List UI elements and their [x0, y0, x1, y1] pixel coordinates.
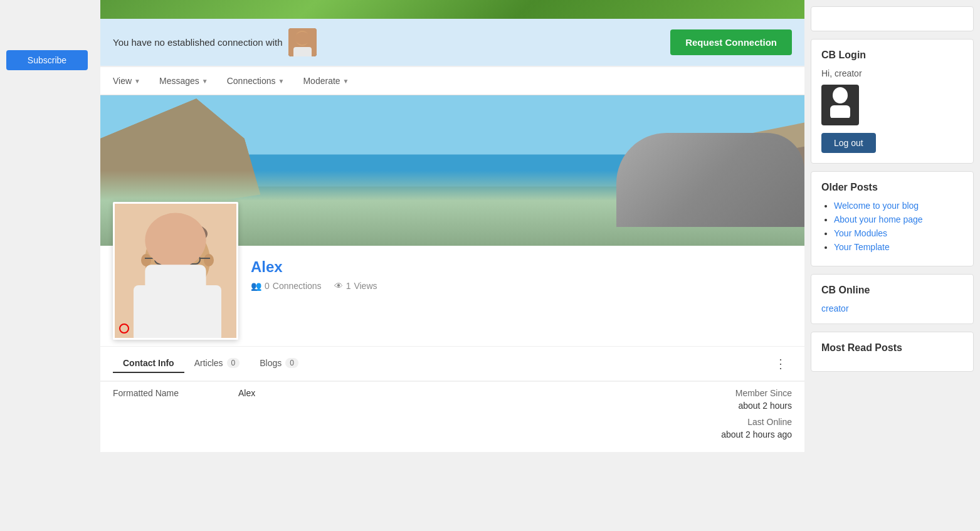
cb-login-title: CB Login	[821, 50, 963, 61]
list-item: Welcome to your blog	[834, 201, 963, 211]
views-count: 1	[346, 281, 351, 291]
connection-bar: You have no established connection with	[100, 19, 804, 66]
older-post-link-3[interactable]: Your Template	[834, 242, 890, 252]
svg-point-36	[833, 87, 848, 103]
member-since-label: Member Since	[721, 388, 792, 398]
formatted-name-label: Formatted Name	[113, 388, 238, 398]
request-connection-button[interactable]: Request Connection	[670, 29, 792, 55]
connection-text: You have no established connection with	[113, 37, 282, 48]
svg-point-22	[147, 221, 208, 246]
svg-point-4	[300, 34, 304, 38]
most-read-posts-widget: Most Read Posts	[811, 332, 974, 372]
profile-nav: View ▼ Messages ▼ Connections ▼ Moderate…	[100, 67, 804, 95]
svg-marker-13	[677, 147, 804, 246]
nav-connections[interactable]: Connections ▼	[227, 76, 285, 86]
svg-point-25	[185, 255, 195, 263]
connections-count: 0	[265, 281, 270, 291]
online-status-dot	[119, 323, 129, 334]
svg-point-21	[204, 254, 214, 266]
formatted-name-row: Formatted Name Alex	[113, 388, 721, 398]
svg-rect-16	[115, 204, 238, 340]
svg-rect-30	[155, 255, 171, 264]
connection-message: You have no established connection with	[113, 28, 317, 56]
top-banner	[100, 0, 804, 19]
views-stat: 👁 1 Views	[334, 281, 377, 291]
right-sidebar: CB Login Hi, creator Log out Older Posts…	[804, 0, 980, 531]
profile-avatar	[113, 202, 238, 340]
articles-badge: 0	[227, 358, 240, 368]
views-label: Views	[354, 281, 377, 291]
blogs-badge: 0	[285, 358, 298, 368]
svg-point-27	[187, 256, 193, 262]
nav-view[interactable]: View ▼	[113, 76, 140, 86]
svg-point-20	[141, 254, 151, 266]
nav-moderate-arrow: ▼	[343, 78, 349, 85]
svg-point-35	[174, 266, 181, 271]
subscribe-button[interactable]: Subscribe	[6, 50, 88, 70]
tab-more-button[interactable]: ⋮	[769, 356, 792, 371]
connections-icon: 👥	[251, 281, 261, 291]
cb-online-user[interactable]: creator	[821, 303, 849, 313]
svg-point-29	[189, 258, 192, 261]
tab-bar: Contact Info Articles 0 Blogs 0 ⋮	[100, 346, 804, 381]
member-since-value: about 2 hours	[721, 401, 792, 411]
profile-info-row: Alex 👥 0 Connections 👁 1 Views	[100, 246, 804, 346]
connections-label: Connections	[273, 281, 322, 291]
tab-articles[interactable]: Articles 0	[184, 354, 250, 373]
older-posts-title: Older Posts	[821, 182, 963, 193]
most-read-posts-title: Most Read Posts	[821, 342, 963, 354]
nav-view-arrow: ▼	[134, 78, 140, 85]
main-content: You have no established connection with	[100, 0, 804, 531]
svg-point-6	[304, 38, 306, 40]
list-item: Your Modules	[834, 228, 963, 238]
contact-info-section: Formatted Name Alex Member Since about 2…	[100, 382, 804, 452]
tab-blogs[interactable]: Blogs 0	[250, 354, 308, 373]
older-posts-widget: Older Posts Welcome to your blog About y…	[811, 171, 974, 266]
nav-messages[interactable]: Messages ▼	[159, 76, 208, 86]
svg-point-19	[145, 226, 210, 295]
svg-point-26	[162, 256, 168, 262]
tab-contact-info[interactable]: Contact Info	[113, 354, 184, 373]
older-post-link-2[interactable]: Your Modules	[834, 228, 887, 238]
svg-point-24	[160, 255, 170, 263]
fields-left: Formatted Name Alex	[113, 388, 721, 446]
profile-area: Alex 👥 0 Connections 👁 1 Views	[100, 95, 804, 381]
nav-moderate[interactable]: Moderate ▼	[303, 76, 349, 86]
cb-login-widget: CB Login Hi, creator Log out	[811, 39, 974, 164]
formatted-name-value: Alex	[238, 388, 255, 398]
profile-avatar-wrap	[113, 202, 238, 340]
list-item: Your Template	[834, 242, 963, 252]
left-sidebar: Subscribe	[0, 0, 100, 531]
older-post-link-1[interactable]: About your home page	[834, 214, 923, 224]
profile-name: Alex	[251, 258, 792, 276]
older-posts-list: Welcome to your blog About your home pag…	[821, 201, 963, 252]
svg-point-1	[295, 31, 309, 46]
svg-rect-17	[134, 285, 221, 340]
svg-rect-3	[293, 47, 312, 56]
profile-details: Alex 👥 0 Connections 👁 1 Views	[251, 252, 792, 291]
last-online-label: Last Online	[721, 417, 792, 427]
nav-connections-arrow: ▼	[278, 78, 285, 85]
views-icon: 👁	[334, 281, 343, 291]
connection-avatar	[288, 28, 317, 56]
svg-point-5	[299, 38, 301, 40]
avatar-person-icon	[828, 87, 853, 124]
cb-online-widget: CB Online creator	[811, 274, 974, 324]
top-widget	[811, 6, 974, 31]
cb-login-greeting: Hi, creator	[821, 68, 963, 78]
connections-stat: 👥 0 Connections	[251, 281, 322, 291]
last-online-value: about 2 hours ago	[721, 429, 792, 439]
older-post-link-0[interactable]: Welcome to your blog	[834, 201, 919, 211]
list-item: About your home page	[834, 214, 963, 224]
logout-button[interactable]: Log out	[821, 133, 876, 153]
svg-rect-37	[830, 105, 850, 118]
svg-rect-18	[166, 273, 189, 292]
cb-online-title: CB Online	[821, 285, 963, 296]
svg-point-2	[297, 32, 308, 45]
nav-messages-arrow: ▼	[202, 78, 208, 85]
profile-stats: 👥 0 Connections 👁 1 Views	[251, 281, 792, 291]
svg-point-28	[164, 258, 167, 261]
svg-point-23	[150, 221, 205, 256]
fields-right: Member Since about 2 hours Last Online a…	[721, 388, 792, 446]
svg-rect-31	[184, 255, 200, 264]
